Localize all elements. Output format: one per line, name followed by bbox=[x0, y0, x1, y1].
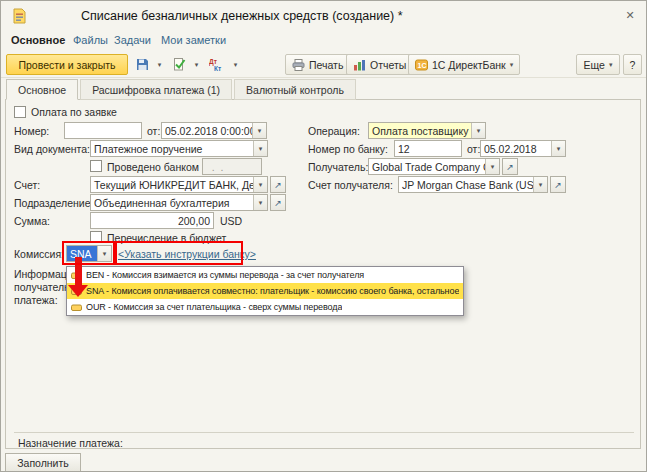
date-input[interactable]: 05.02.2018 0:00:00 ▾ bbox=[161, 122, 267, 139]
red-arrow-shaft bbox=[75, 257, 82, 285]
post-and-close-button[interactable]: Провести и закрыть bbox=[6, 54, 128, 75]
amount-label: Сумма: bbox=[14, 215, 50, 227]
purpose-label: Назначение платежа: bbox=[18, 437, 123, 449]
operation-label: Операция: bbox=[308, 125, 360, 137]
nav-tab-main[interactable]: Основное bbox=[11, 34, 65, 46]
commission-label: Комиссия: bbox=[14, 248, 64, 260]
recipient-label: Получатель: bbox=[308, 161, 368, 173]
document-icon bbox=[11, 8, 27, 26]
save-button[interactable] bbox=[132, 54, 153, 75]
form-tab-main[interactable]: Основное bbox=[6, 79, 78, 100]
recipient-account-label: Счет получателя: bbox=[308, 179, 393, 191]
department-open-button[interactable]: ↗ bbox=[270, 194, 286, 211]
more-button[interactable]: Еще ▾ bbox=[576, 54, 620, 75]
bank-date-caret-icon[interactable]: ▾ bbox=[551, 141, 565, 156]
operation-caret-icon[interactable]: ▾ bbox=[471, 123, 485, 138]
dropdown-item-ben[interactable]: BEN - Комиссия взимается из суммы перево… bbox=[67, 267, 463, 283]
form-panel: Оплата по заявке Номер: от: 05.02.2018 0… bbox=[5, 99, 641, 449]
bar-chart-icon bbox=[353, 59, 366, 71]
bank-instructions-link[interactable]: <Указать инструкции банку> bbox=[118, 248, 256, 260]
pay-by-request-label: Оплата по заявке bbox=[31, 106, 117, 118]
reports-label: Отчеты bbox=[370, 59, 406, 71]
form-tab-currency-control[interactable]: Валютный контроль bbox=[234, 79, 356, 100]
nav-tab-files[interactable]: Файлы bbox=[73, 34, 108, 46]
currency-label: USD bbox=[220, 215, 242, 227]
budget-transfer-checkbox[interactable] bbox=[90, 231, 102, 243]
posted-by-bank-checkbox[interactable] bbox=[90, 160, 102, 172]
fill-button[interactable]: Заполнить bbox=[5, 453, 81, 472]
toolbar: Провести и закрыть ▾ ▾ ДтКт ▾ Печать ▾ О… bbox=[1, 51, 646, 78]
form-tab-payment-details[interactable]: Расшифровка платежа (1) bbox=[80, 79, 232, 100]
bank-number-input[interactable]: 12 bbox=[394, 140, 462, 157]
directbank-label: 1С ДиректБанк bbox=[432, 59, 506, 71]
nav-tab-tasks[interactable]: Задачи bbox=[114, 34, 151, 46]
post-document-button[interactable] bbox=[169, 54, 190, 75]
bank-date-from-label: от: bbox=[467, 143, 480, 155]
payment-writeoff-window: Списание безналичных денежных средств (с… bbox=[0, 0, 647, 472]
help-button[interactable]: ? bbox=[623, 54, 642, 75]
bank-number-label: Номер по банку: bbox=[308, 143, 388, 155]
pay-by-request-checkbox[interactable] bbox=[14, 106, 26, 118]
post-menu-caret[interactable]: ▾ bbox=[190, 54, 203, 75]
recipient-open-button[interactable]: ↗ bbox=[502, 158, 518, 175]
title-bar: Списание безналичных денежных средств (с… bbox=[1, 1, 646, 31]
recipient-input[interactable]: Global Trade Company GmbH ▾ bbox=[368, 158, 500, 175]
commission-dropdown: BEN - Комиссия взимается из суммы перево… bbox=[66, 266, 464, 316]
post-document-icon bbox=[173, 58, 186, 71]
enum-value-icon bbox=[71, 302, 82, 313]
department-caret-icon[interactable]: ▾ bbox=[253, 195, 267, 210]
svg-text:Кт: Кт bbox=[214, 65, 221, 72]
date-caret-icon[interactable]: ▾ bbox=[252, 123, 266, 138]
department-combo[interactable]: Объединенная бухгалтерия ▾ bbox=[90, 194, 268, 211]
save-menu-caret[interactable]: ▾ bbox=[153, 54, 166, 75]
dt-kt-postings-icon: ДтКт bbox=[209, 58, 224, 71]
dropdown-item-sna[interactable]: SNA - Комиссия оплачивается совместно: п… bbox=[67, 283, 463, 299]
floppy-disk-icon bbox=[136, 58, 149, 71]
commission-caret-icon[interactable]: ▾ bbox=[97, 246, 111, 261]
form-tabs: Основное Расшифровка платежа (1) Валютны… bbox=[6, 79, 358, 100]
window-title: Списание безналичных денежных средств (с… bbox=[81, 9, 403, 23]
close-button[interactable]: ✕ bbox=[620, 6, 640, 24]
print-label: Печать bbox=[309, 59, 343, 71]
doc-type-caret-icon[interactable]: ▾ bbox=[253, 141, 267, 156]
number-label: Номер: bbox=[14, 125, 49, 137]
recipient-account-open-button[interactable]: ↗ bbox=[550, 176, 566, 193]
red-arrow-down-icon bbox=[68, 285, 88, 297]
account-open-button[interactable]: ↗ bbox=[270, 176, 286, 193]
operation-combo[interactable]: Оплата поставщику ▾ bbox=[368, 122, 486, 139]
recipient-account-caret-icon[interactable]: ▾ bbox=[533, 177, 547, 192]
section-nav: Основное Файлы Задачи Мои заметки bbox=[1, 31, 646, 51]
purpose-separator bbox=[14, 432, 634, 433]
posted-by-bank-label: Проведено банком bbox=[107, 161, 199, 173]
directbank-icon: 1С bbox=[415, 59, 428, 71]
commission-combo[interactable]: SNA ▾ bbox=[66, 245, 112, 262]
bank-date-input[interactable]: 05.02.2018 ▾ bbox=[480, 140, 566, 157]
recipient-account-input[interactable]: JP Morgan Chase Bank (USD) ▾ bbox=[398, 176, 548, 193]
recipient-caret-icon[interactable]: ▾ bbox=[485, 159, 499, 174]
department-label: Подразделение: bbox=[14, 197, 93, 209]
more-label: Еще bbox=[584, 59, 605, 71]
directbank-caret-icon: ▾ bbox=[510, 61, 514, 69]
dt-kt-postings-button[interactable]: ДтКт bbox=[206, 54, 227, 75]
date-from-label: от: bbox=[147, 125, 160, 137]
account-caret-icon[interactable]: ▾ bbox=[253, 177, 267, 192]
account-combo[interactable]: Текущий ЮНИКРЕДИТ БАНК, Деловой ▾ bbox=[90, 176, 268, 193]
budget-transfer-label: Перечисление в бюджет bbox=[107, 232, 226, 244]
svg-text:1С: 1С bbox=[418, 62, 427, 69]
more-caret-icon: ▾ bbox=[609, 61, 613, 69]
number-input[interactable] bbox=[64, 122, 142, 139]
posted-date-input[interactable]: . . bbox=[202, 158, 262, 175]
doc-type-combo[interactable]: Платежное поручение ▾ bbox=[90, 140, 268, 157]
doc-type-label: Вид документа: bbox=[14, 143, 90, 155]
printer-icon bbox=[292, 59, 305, 71]
nav-tab-notes[interactable]: Мои заметки bbox=[161, 34, 226, 46]
account-label: Счет: bbox=[14, 179, 40, 191]
dropdown-item-our[interactable]: OUR - Комиссия за счет плательщика - све… bbox=[67, 299, 463, 315]
amount-input[interactable]: 200,00 bbox=[90, 212, 214, 229]
directbank-button[interactable]: 1С 1С ДиректБанк ▾ bbox=[408, 54, 520, 75]
dt-kt-menu-caret[interactable]: ▾ bbox=[229, 54, 242, 75]
